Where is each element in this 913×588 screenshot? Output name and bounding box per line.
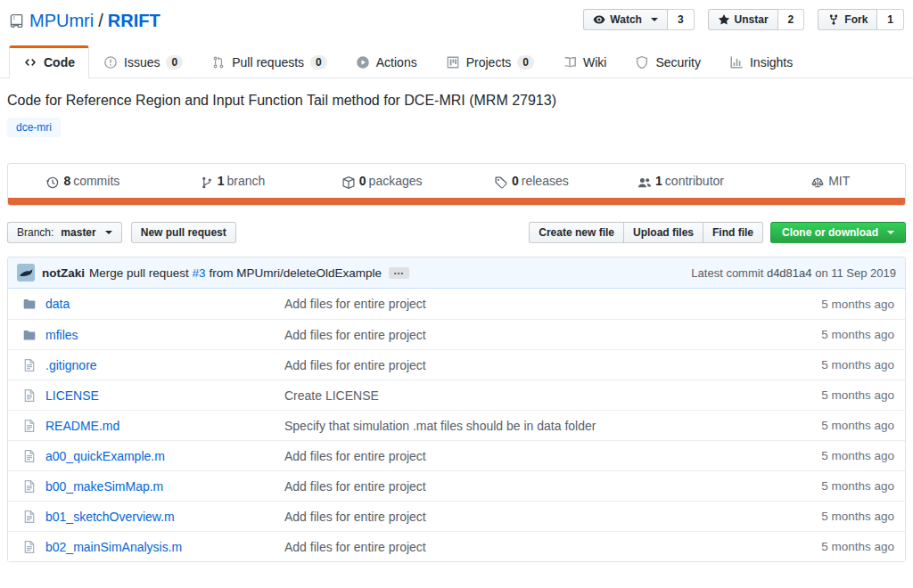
file-link[interactable]: mfiles	[45, 328, 78, 342]
create-new-file-button[interactable]: Create new file	[529, 222, 624, 243]
file-list: dataAdd files for entire project5 months…	[8, 289, 905, 561]
tab-label: Wiki	[583, 55, 606, 69]
fork-button[interactable]: Fork	[818, 9, 877, 30]
commit-message-link[interactable]: Add files for entire project	[284, 328, 426, 342]
file-link[interactable]: b01_sketchOverview.m	[45, 510, 175, 524]
topic-dce-mri[interactable]: dce-mri	[7, 118, 61, 137]
commit-message-cell: Add files for entire project	[284, 510, 752, 524]
tab-pull-requests[interactable]: Pull requests0	[197, 45, 341, 78]
repo-link[interactable]: RRIFT	[108, 11, 160, 31]
new-pull-request-button[interactable]: New pull request	[131, 222, 236, 243]
file-updated: 5 months ago	[752, 358, 894, 372]
language-bar[interactable]	[8, 198, 905, 205]
commit-message-link[interactable]: Add files for entire project	[284, 479, 426, 494]
tag-icon	[494, 176, 508, 190]
file-link[interactable]: b02_mainSimAnalysis.m	[45, 540, 182, 554]
commit-message-link[interactable]: Add files for entire project	[284, 510, 426, 524]
stat-value: 0	[512, 174, 519, 188]
file-updated: 5 months ago	[752, 479, 894, 493]
file-link[interactable]: LICENSE	[45, 388, 99, 403]
commit-hash-link[interactable]: d4d81a4	[767, 266, 812, 280]
commit-message-link[interactable]: Create LICENSE	[284, 388, 379, 403]
commit-message-cell: Create LICENSE	[284, 388, 752, 403]
clone-or-download-button[interactable]: Clone or download	[770, 222, 906, 243]
commit-author-link[interactable]: notZaki	[42, 266, 85, 280]
unstar-count[interactable]: 2	[778, 9, 805, 30]
commit-message-link[interactable]: Add files for entire project	[284, 297, 426, 311]
file-type-cell	[22, 358, 45, 372]
commit-message-cell: Add files for entire project	[284, 297, 752, 311]
clone-label: Clone or download	[782, 226, 878, 239]
stat-contributor[interactable]: 1contributor	[606, 164, 756, 198]
file-name-cell: mfiles	[45, 328, 284, 342]
file-icon	[22, 479, 37, 494]
file-icon	[22, 449, 37, 463]
file-toolbar-right: Create new file Upload files Find file C…	[529, 222, 906, 243]
commit-message-text: Merge pull request	[89, 266, 189, 280]
people-icon	[637, 176, 652, 190]
file-row: README.mdSpecify that simulation .mat fi…	[8, 410, 905, 440]
unstar-button[interactable]: Unstar	[708, 9, 778, 30]
find-file-button[interactable]: Find file	[703, 222, 763, 243]
branch-select-button[interactable]: Branch: master	[7, 222, 122, 243]
git-branch-icon	[200, 176, 214, 190]
file-type-cell	[22, 328, 45, 342]
commit-message-link[interactable]: Add files for entire project	[284, 358, 426, 372]
watch-count[interactable]: 3	[668, 9, 695, 30]
upload-files-button[interactable]: Upload files	[623, 222, 703, 243]
file-name-cell: b02_mainSimAnalysis.m	[45, 540, 284, 554]
file-updated: 5 months ago	[752, 328, 894, 341]
commit-message-link[interactable]: Add files for entire project	[284, 449, 426, 463]
file-link[interactable]: b00_makeSimMap.m	[45, 479, 163, 494]
file-row: b01_sketchOverview.mAdd files for entire…	[8, 501, 905, 531]
commit-message-cell: Specify that simulation .mat files shoul…	[284, 419, 752, 433]
tab-projects[interactable]: Projects0	[432, 45, 548, 78]
file-link[interactable]: README.md	[45, 419, 119, 433]
stat-mit[interactable]: MIT	[755, 164, 905, 198]
file-updated: 5 months ago	[752, 419, 894, 432]
repo-content: Code for Reference Region and Input Func…	[0, 93, 913, 562]
file-row: a00_quickExample.mAdd files for entire p…	[8, 440, 905, 470]
branch-name: master	[61, 226, 95, 239]
tab-actions[interactable]: Actions	[341, 45, 432, 78]
owner-link[interactable]: MPUmri	[29, 11, 94, 31]
pr-number-link[interactable]: #3	[193, 266, 206, 280]
file-type-cell	[22, 540, 45, 554]
fork-count[interactable]: 1	[877, 9, 904, 30]
file-link[interactable]: .gitignore	[45, 358, 97, 372]
file-type-cell	[22, 388, 45, 403]
stat-commits[interactable]: 8commits	[8, 164, 158, 198]
stat-releases[interactable]: 0releases	[456, 164, 606, 198]
commit-ellipsis-button[interactable]: …	[389, 267, 409, 279]
file-link[interactable]: a00_quickExample.m	[45, 449, 165, 463]
tab-issues[interactable]: Issues0	[89, 45, 197, 78]
file-row: mfilesAdd files for entire project5 mont…	[8, 319, 905, 349]
stat-branch[interactable]: 1branch	[158, 164, 308, 198]
watch-button[interactable]: Watch	[583, 9, 668, 30]
tab-label: Insights	[750, 55, 793, 69]
repo-header: MPUmri / RRIFT Watch3Unstar2Fork1 CodeIs…	[0, 0, 913, 78]
file-link[interactable]: data	[45, 297, 70, 311]
tab-wiki[interactable]: Wiki	[548, 45, 621, 78]
tab-label: Code	[44, 55, 75, 69]
stat-packages[interactable]: 0packages	[307, 164, 456, 198]
file-row: .gitignoreAdd files for entire project5 …	[8, 349, 905, 380]
tab-code[interactable]: Code	[9, 45, 89, 78]
history-icon	[45, 176, 60, 190]
file-row: b02_mainSimAnalysis.mAdd files for entir…	[8, 531, 905, 561]
file-type-cell	[22, 419, 45, 433]
file-type-cell	[22, 479, 45, 494]
stat-label: contributor	[665, 174, 724, 188]
stat-value: 8	[63, 174, 70, 188]
file-browser: notZaki Merge pull request #3 from MPUmr…	[7, 257, 906, 562]
stat-value: 1	[655, 174, 662, 188]
file-icon	[22, 540, 37, 554]
file-icon	[22, 419, 37, 433]
avatar[interactable]	[17, 264, 35, 282]
commit-message-link[interactable]: Add files for entire project	[284, 540, 426, 554]
tab-insights[interactable]: Insights	[715, 45, 807, 78]
stat-label: MIT	[828, 174, 850, 188]
tab-security[interactable]: Security	[621, 45, 715, 78]
file-name-cell: a00_quickExample.m	[45, 449, 284, 463]
commit-message-link[interactable]: Specify that simulation .mat files shoul…	[284, 419, 596, 433]
